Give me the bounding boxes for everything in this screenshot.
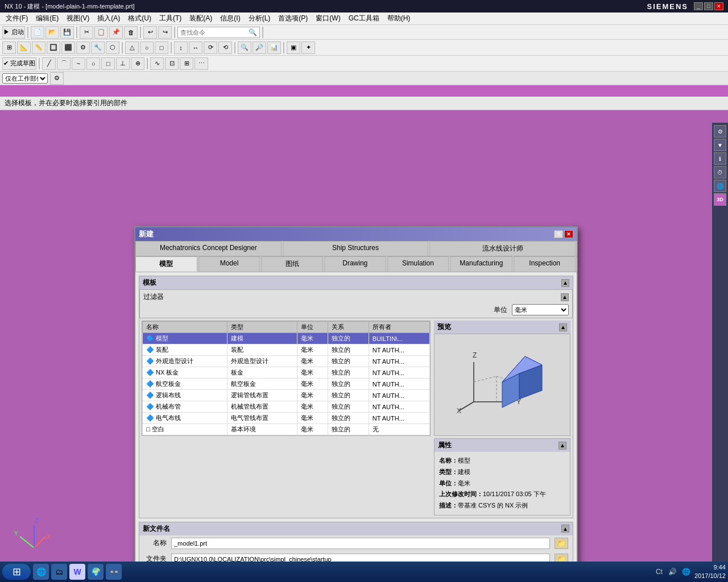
- tb3-btn-2[interactable]: ╱: [42, 57, 56, 70]
- tb2-btn-15[interactable]: ⟲: [218, 41, 232, 54]
- restore-button[interactable]: □: [704, 2, 713, 10]
- filename-browse-btn[interactable]: 📁: [555, 538, 568, 549]
- tb3-btn-4[interactable]: ~: [72, 57, 85, 70]
- taskbar-icon-3[interactable]: W: [69, 564, 85, 580]
- tb3-btn-12[interactable]: ⋯: [195, 57, 208, 70]
- tab-drawing-cn[interactable]: 图纸: [261, 256, 323, 272]
- search-bar[interactable]: 🔍: [177, 27, 260, 38]
- menu-help[interactable]: 帮助(H): [384, 13, 414, 24]
- tb2-btn-9[interactable]: △: [125, 41, 139, 54]
- tb3-btn-10[interactable]: ⊡: [165, 57, 179, 70]
- tb2-btn-1[interactable]: ⊞: [2, 41, 16, 54]
- tab-ship[interactable]: Ship Structures: [283, 241, 429, 256]
- redo-button[interactable]: ↪: [158, 26, 172, 39]
- tb2-btn-10[interactable]: ○: [140, 41, 154, 54]
- tb2-btn-19[interactable]: ▣: [287, 41, 300, 54]
- close-button[interactable]: ✕: [714, 2, 723, 10]
- tb2-btn-13[interactable]: ↔: [189, 41, 202, 54]
- props-collapse-btn[interactable]: ▲: [559, 442, 566, 450]
- tb2-btn-5[interactable]: ⬛: [61, 41, 75, 54]
- menu-tools[interactable]: 工具(T): [156, 13, 185, 24]
- menu-insert[interactable]: 插入(A): [94, 13, 123, 24]
- tb2-btn-2[interactable]: 📐: [17, 41, 31, 54]
- table-row[interactable]: 🔷 模型 建模 毫米 独立的 BUILTIN\...: [143, 333, 430, 344]
- table-row[interactable]: 🔷 机械布管 机械管线布置 毫米 独立的 NT AUTH...: [143, 401, 430, 413]
- tb2-btn-7[interactable]: 🔧: [91, 41, 105, 54]
- menu-file[interactable]: 文件(F): [2, 13, 31, 24]
- cut-button[interactable]: ✂: [80, 26, 93, 39]
- tb2-btn-20[interactable]: ✦: [301, 41, 315, 54]
- tb3-btn-5[interactable]: ○: [86, 57, 100, 70]
- table-row[interactable]: 🔷 电气布线 电气管线布置 毫米 独立的 NT AUTH...: [143, 413, 430, 424]
- filename-input[interactable]: [171, 538, 550, 549]
- tb3-btn-3[interactable]: ⌒: [57, 57, 71, 70]
- sidebar-btn-2[interactable]: ▼: [714, 139, 726, 151]
- menu-edit[interactable]: 编辑(E): [32, 13, 62, 24]
- table-row[interactable]: 🔷 逻辑布线 逻辑管线布置 毫米 独立的 NT AUTH...: [143, 390, 430, 401]
- tb3-btn-11[interactable]: ⊞: [180, 57, 193, 70]
- tab-model-en[interactable]: Model: [198, 256, 260, 272]
- tab-manufacturing[interactable]: Manufacturing: [450, 256, 512, 272]
- menu-prefer[interactable]: 首选项(P): [275, 13, 311, 24]
- tb2-btn-11[interactable]: □: [155, 41, 168, 54]
- tab-drawing-en[interactable]: Drawing: [324, 256, 386, 272]
- dialog-minimize[interactable]: ?: [554, 230, 563, 238]
- sidebar-btn-6[interactable]: 3D: [714, 193, 726, 206]
- delete-button[interactable]: 🗑: [124, 26, 138, 39]
- filter-collapse-btn[interactable]: ▲: [561, 293, 569, 301]
- table-row[interactable]: 🔷 航空板金 航空板金 毫米 独立的 NT AUTH...: [143, 379, 430, 390]
- tb2-btn-6[interactable]: ⚙: [76, 41, 90, 54]
- table-row[interactable]: □ 空白 基本环境 毫米 独立的 无: [143, 424, 430, 435]
- tb3-btn-1[interactable]: ✔ 完成草图: [2, 57, 36, 70]
- menu-info[interactable]: 信息(I): [217, 13, 243, 24]
- menu-gc[interactable]: GC工具箱: [345, 13, 383, 24]
- open-button[interactable]: 📂: [46, 26, 59, 39]
- search-input[interactable]: [180, 29, 249, 36]
- mode-select[interactable]: 仅在工作部件内: [2, 73, 48, 84]
- tb2-btn-8[interactable]: ⬡: [106, 41, 119, 54]
- save-button[interactable]: 💾: [60, 26, 74, 39]
- sidebar-btn-3[interactable]: ℹ: [714, 152, 726, 165]
- tb3-btn-7[interactable]: ⊥: [116, 57, 130, 70]
- tab-simulation[interactable]: Simulation: [387, 256, 449, 272]
- new-button[interactable]: 📄: [31, 26, 44, 39]
- tb2-btn-17[interactable]: 🔎: [253, 41, 266, 54]
- tab-fluid[interactable]: 流水线设计师: [429, 241, 576, 256]
- newfile-collapse-btn[interactable]: ▲: [561, 525, 569, 533]
- menu-analyze[interactable]: 分析(L): [245, 13, 274, 24]
- tab-mechatronics[interactable]: Mechatronics Concept Designer: [135, 241, 282, 256]
- sidebar-btn-1[interactable]: ⚙: [714, 125, 726, 138]
- template-collapse-btn[interactable]: ▲: [561, 279, 569, 287]
- paste-button[interactable]: 📌: [109, 26, 123, 39]
- preview-collapse-btn[interactable]: ▲: [559, 323, 567, 331]
- sidebar-btn-4[interactable]: ⏱: [714, 166, 726, 178]
- tb2-btn-14[interactable]: ⟳: [204, 41, 217, 54]
- dialog-close[interactable]: ✕: [564, 230, 573, 238]
- menu-assemble[interactable]: 装配(A): [186, 13, 216, 24]
- tb2-btn-16[interactable]: 🔍: [238, 41, 251, 54]
- menu-window[interactable]: 窗口(W): [312, 13, 344, 24]
- tb2-btn-4[interactable]: 🔲: [47, 41, 60, 54]
- taskbar-icon-2[interactable]: 🗂: [51, 564, 67, 580]
- tab-inspection[interactable]: Inspection: [514, 256, 576, 272]
- table-row[interactable]: 🔷 NX 板金 板金 毫米 独立的 NT AUTH...: [143, 367, 430, 379]
- start-button[interactable]: ▶ 启动: [2, 26, 25, 39]
- copy-button[interactable]: 📋: [94, 26, 108, 39]
- menu-format[interactable]: 格式(U): [125, 13, 155, 24]
- taskbar-icon-1[interactable]: 🌐: [33, 564, 49, 580]
- menu-view[interactable]: 视图(V): [63, 13, 93, 24]
- tb3-btn-8[interactable]: ⊕: [131, 57, 144, 70]
- table-row[interactable]: 🔷 外观造型设计 外观造型设计 毫米 独立的 NT AUTH...: [143, 356, 430, 367]
- start-menu-button[interactable]: ⊞: [2, 564, 31, 580]
- tab-model-cn[interactable]: 模型: [135, 256, 197, 272]
- tb2-btn-12[interactable]: ↕: [174, 41, 188, 54]
- taskbar-icon-5[interactable]: 👓: [106, 564, 122, 580]
- tb2-btn-3[interactable]: 📏: [32, 41, 46, 54]
- tb3-btn-9[interactable]: ∿: [150, 57, 164, 70]
- tb3-btn-6[interactable]: □: [101, 57, 115, 70]
- unit-select[interactable]: 毫米 英寸: [512, 304, 569, 315]
- sidebar-btn-5[interactable]: 🌐: [714, 180, 726, 192]
- selector-btn[interactable]: ⚙: [50, 72, 64, 85]
- minimize-button[interactable]: _: [694, 2, 703, 10]
- taskbar-icon-4[interactable]: 🌍: [88, 564, 104, 580]
